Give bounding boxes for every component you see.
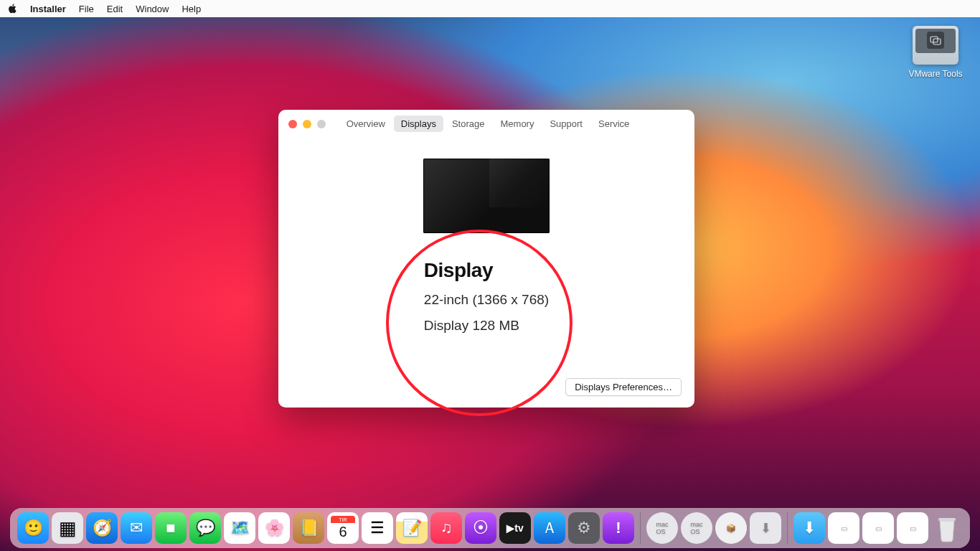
dock-safari[interactable]: 🧭 (86, 512, 118, 544)
dock-feedback[interactable]: ! (603, 512, 634, 544)
window-tabs: Overview Displays Storage Memory Support… (326, 116, 650, 132)
display-info: Display 22-inch (980 x 551) Display 128… (424, 259, 549, 334)
calendar-day-number: 6 (327, 524, 359, 540)
tab-memory[interactable]: Memory (494, 116, 542, 132)
dock-mount-installer[interactable]: 📦 (715, 512, 747, 544)
minimize-button[interactable] (303, 120, 311, 128)
dock-mail[interactable]: ✉︎ (121, 512, 152, 544)
apple-menu-icon[interactable] (7, 4, 17, 14)
dock-calendar[interactable]: TIR 6 (327, 512, 359, 544)
dock-mount-macos-b[interactable]: macOS (681, 512, 712, 544)
menu-help[interactable]: Help (182, 4, 201, 14)
dock-music[interactable]: ♫ (430, 512, 462, 544)
vm-badge-icon (927, 32, 944, 49)
dock-tv[interactable]: ▶tv (499, 512, 531, 544)
menu-edit[interactable]: Edit (107, 4, 123, 14)
dock-window-thumb-a[interactable]: ▭ (828, 512, 859, 544)
dock-window-thumb-b[interactable]: ▭ (862, 512, 894, 544)
dock: 🙂 ▦ 🧭 ✉︎ ■ 💬 🗺️ 🌸 📒 TIR 6 ☰ 📝 ♫ ⦿ ▶tv Ａ … (10, 508, 970, 548)
svg-rect-2 (938, 518, 956, 521)
displays-preferences-button[interactable]: Displays Preferences… (565, 378, 682, 396)
desktop-icon-label: VMware Tools (907, 69, 964, 79)
dock-separator (640, 512, 641, 544)
dock-mount-macos-a[interactable]: macOS (646, 512, 678, 544)
dock-notes[interactable]: 📝 (396, 512, 428, 544)
dock-podcasts[interactable]: ⦿ (465, 512, 496, 544)
display-heading: Display (424, 259, 549, 282)
dock-trash[interactable] (931, 512, 963, 544)
window-body: Display 22-inch (980 x 551) Display 128… (278, 138, 694, 408)
tab-support[interactable]: Support (542, 116, 590, 132)
traffic-lights (288, 120, 326, 128)
dock-contacts[interactable]: 📒 (293, 512, 324, 544)
dock-system-preferences[interactable]: ⚙︎ (568, 512, 600, 544)
system-info-window: Overview Displays Storage Memory Support… (278, 110, 694, 408)
dock-downloads-folder[interactable]: ⬇︎ (793, 512, 825, 544)
dock-appstore[interactable]: Ａ (534, 512, 565, 544)
titlebar[interactable]: Overview Displays Storage Memory Support… (278, 110, 694, 138)
tab-storage[interactable]: Storage (445, 116, 492, 132)
dock-finder[interactable]: 🙂 (17, 512, 49, 544)
dock-maps[interactable]: 🗺️ (224, 512, 255, 544)
menu-app-name[interactable]: Installer (30, 4, 66, 14)
dock-minimized-window[interactable]: ⬇︎ (750, 512, 781, 544)
tab-overview[interactable]: Overview (339, 116, 392, 132)
dock-separator (787, 512, 788, 544)
display-graphics-line: Display 128 MB (424, 318, 549, 334)
menu-window[interactable]: Window (136, 4, 169, 14)
display-size-line: 22-inch (980 x 551) (424, 292, 549, 308)
desktop-icon-vmware-tools[interactable]: VMware Tools (907, 26, 964, 79)
dock-facetime[interactable]: ■ (155, 512, 187, 544)
display-thumbnail-icon (423, 159, 550, 233)
disk-icon (913, 26, 958, 65)
dock-reminders[interactable]: ☰ (362, 512, 393, 544)
calendar-month-label: TIR (331, 516, 355, 523)
svg-rect-1 (933, 39, 941, 44)
zoom-button[interactable] (317, 120, 326, 128)
dock-messages[interactable]: 💬 (189, 512, 221, 544)
tab-displays[interactable]: Displays (394, 116, 443, 132)
dock-photos[interactable]: 🌸 (258, 512, 290, 544)
tab-service[interactable]: Service (591, 116, 636, 132)
menubar: Installer File Edit Window Help (0, 0, 980, 17)
dock-launchpad[interactable]: ▦ (52, 512, 83, 544)
svg-rect-0 (930, 37, 938, 42)
menu-file[interactable]: File (79, 4, 94, 14)
close-button[interactable] (288, 120, 297, 128)
dock-window-thumb-c[interactable]: ▭ (897, 512, 928, 544)
